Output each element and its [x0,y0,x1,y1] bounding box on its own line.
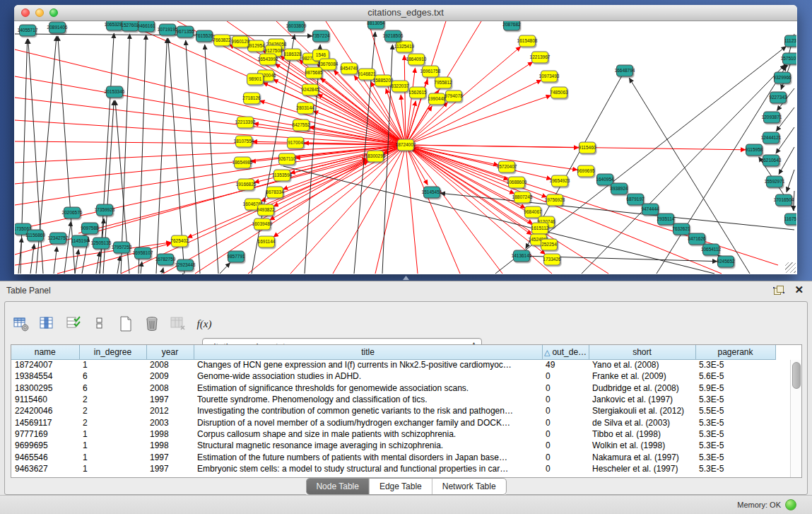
cell-short[interactable]: Tibbo et al. (1998) [589,428,695,440]
graph-node-teal-8938924[interactable]: 8938924 [610,183,628,194]
citation-edge-red[interactable] [78,158,367,233]
cell-name[interactable]: 14569117 [11,416,79,428]
citation-edge-black[interactable] [283,166,714,274]
cell-pr[interactable]: 5.3E-5 [695,394,775,405]
cell-title[interactable]: Structural magnetic resonance image aver… [194,440,542,451]
graph-node-yellow-18300295[interactable]: 18300295 [365,151,386,162]
cell-name[interactable]: 9777169 [11,428,79,440]
graph-node-yellow-9146821[interactable]: 9146821 [358,69,376,80]
graph-node-yellow-19756928[interactable]: 19756928 [545,194,565,206]
cell-year[interactable]: 1998 [146,440,194,451]
graph-node-yellow-12213392[interactable]: 12213392 [235,117,256,128]
table-row[interactable]: 969969511998Structural magnetic resonanc… [11,440,775,451]
cell-out[interactable]: 0 [542,428,589,440]
graph-node-yellow-9684067[interactable]: 9684067 [524,206,542,218]
citation-edge-red[interactable] [15,146,400,205]
table-row[interactable]: 977716911998Corpus callosum shape and si… [11,428,775,440]
citation-edge-black[interactable] [205,45,218,274]
cell-pr[interactable]: 5.3E-5 [695,463,775,474]
cell-name[interactable]: 9463627 [11,463,79,474]
graph-node-yellow-7663822[interactable]: 7663822 [213,35,231,46]
cell-year[interactable]: 2009 [146,370,194,382]
graph-node-teal-7357224[interactable]: 7357224 [312,30,330,42]
graph-node-yellow-16039489[interactable]: 16039489 [252,218,273,230]
graph-node-teal-12923448[interactable]: 12923448 [175,259,196,271]
citation-edge-black[interactable] [779,147,794,175]
citation-edge-red[interactable] [375,151,404,274]
cell-out[interactable]: 0 [542,416,589,428]
graph-node-yellow-9115460[interactable]: 9115460 [579,142,596,153]
graph-node-yellow-19166825[interactable]: 19166825 [236,179,257,190]
graph-node-yellow-2803144[interactable]: 2803144 [296,103,314,114]
graph-node-yellow-16961758[interactable]: 16961758 [420,66,441,77]
graph-node-yellow-12213967[interactable]: 12213967 [530,52,551,63]
table-row[interactable]: 1938455462009Genome-wide association stu… [11,370,775,382]
cell-short[interactable]: Yano et al. (2008) [589,359,695,370]
cell-name[interactable]: 9115460 [11,394,79,405]
graph-node-teal-9329966[interactable]: 9329966 [773,72,792,83]
graph-node-yellow-1990448[interactable]: 1990448 [428,93,446,105]
table-row[interactable]: 911546021997Tourette syndrome. Phenomeno… [11,394,775,405]
cell-name[interactable]: 18300295 [11,382,79,394]
cell-short[interactable]: Nakamura et al. (1997) [589,451,695,462]
graph-node-yellow-9267110[interactable]: 9267110 [278,153,296,165]
delete-column-button[interactable] [143,315,161,333]
graph-node-teal-20891406[interactable]: 20891406 [47,22,68,33]
cell-pr[interactable]: 5.3E-5 [695,416,775,428]
graph-node-teal-9245652[interactable]: 9245652 [717,256,735,267]
close-panel-icon[interactable]: ✕ [794,284,804,296]
show-column-button[interactable] [38,315,57,333]
column-header-in[interactable]: in_degree [79,345,146,359]
network-view-canvas[interactable]: 1872400718300295224260588912954912750881… [15,21,796,274]
graph-node-yellow-18724007[interactable]: 18724007 [396,139,416,151]
cell-pr[interactable]: 5.5E-5 [695,405,775,416]
cell-in[interactable]: 2 [79,394,146,405]
cell-pr[interactable]: 5.3E-5 [695,440,775,451]
cell-in[interactable]: 1 [79,451,146,462]
graph-node-yellow-10688609[interactable]: 10688609 [507,177,527,188]
create-column-button[interactable] [117,315,135,333]
graph-node-teal-1527602[interactable]: 1527602 [121,21,139,31]
tab-network-table[interactable]: Network Table [433,479,506,494]
graph-node-yellow-16154808[interactable]: 16154808 [517,35,538,47]
graph-node-teal-12505135[interactable]: 12505135 [91,238,112,249]
graph-node-teal-9857791[interactable]: 9857791 [227,251,245,262]
table-row[interactable]: 1872400712008Changes of HCN gene express… [11,359,775,370]
tab-node-table[interactable]: Node Table [306,479,370,494]
column-header-pr[interactable]: pagerank [695,345,775,359]
cell-year[interactable]: 1997 [146,463,194,474]
graph-node-yellow-11353594[interactable]: 11353594 [272,170,293,181]
cell-year[interactable]: 2003 [146,416,194,428]
window-resize-grip[interactable] [785,262,796,273]
citation-edge-black[interactable] [220,263,230,274]
graph-node-yellow-7485063[interactable]: 7485063 [550,87,568,98]
cell-title[interactable]: Corpus callosum shape and size in male p… [194,428,542,440]
cell-short[interactable]: de Silva et al. (2003) [589,416,695,428]
graph-node-teal-9115958[interactable]: 9115958 [746,144,763,156]
graph-node-teal-10654112[interactable]: 10654112 [701,244,722,255]
cell-in[interactable]: 1 [79,463,146,474]
graph-node-teal-12342757[interactable]: 12342757 [48,233,69,244]
cell-title[interactable]: Genome-wide association studies in ADHD. [194,370,542,382]
citation-edge-red[interactable] [333,150,403,274]
graph-node-yellow-98901[interactable]: 98901 [247,74,264,85]
graph-node-yellow-8427552[interactable]: 8427552 [292,119,310,131]
graph-node-yellow-9493822[interactable]: 9493822 [257,204,275,216]
citation-edge-red[interactable] [15,120,400,144]
cell-pr[interactable]: 5.9E-5 [695,382,775,394]
graph-node-teal-16033809[interactable]: 16033809 [286,21,307,32]
graph-node-teal-19218506[interactable]: 19218506 [383,30,404,42]
graph-node-teal-16958107[interactable]: 16958107 [133,247,153,259]
cell-out[interactable]: 0 [542,440,589,451]
graph-node-yellow-9242845[interactable]: 9242845 [301,84,319,95]
cell-title[interactable]: Investigating the contribution of common… [194,405,542,416]
graph-node-yellow-18640910[interactable]: 18640910 [406,54,427,65]
function-builder-button[interactable]: f(x) [195,315,213,333]
graph-node-yellow-2718126[interactable]: 2718126 [242,93,261,104]
graph-node-yellow-9960129[interactable]: 9960129 [231,36,249,47]
cell-in[interactable]: 2 [79,405,146,416]
graph-node-teal-8471626[interactable]: 8471626 [688,233,706,245]
citation-edge-black[interactable] [162,268,163,274]
tab-edge-table[interactable]: Edge Table [370,479,433,494]
graph-node-teal-1167533[interactable]: 1167533 [784,214,796,225]
